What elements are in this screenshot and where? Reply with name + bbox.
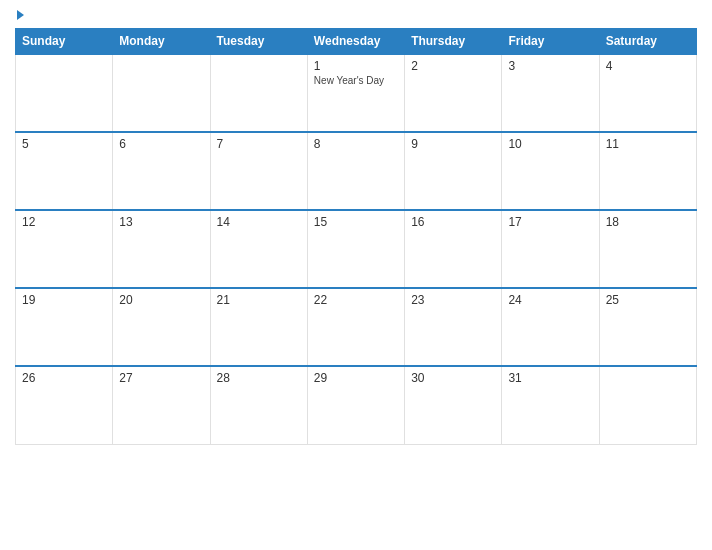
calendar-cell-26: 26 bbox=[16, 366, 113, 444]
day-header-sunday: Sunday bbox=[16, 29, 113, 55]
day-number: 26 bbox=[22, 371, 106, 385]
calendar-cell-23: 23 bbox=[405, 288, 502, 366]
day-header-tuesday: Tuesday bbox=[210, 29, 307, 55]
calendar-cell-24: 24 bbox=[502, 288, 599, 366]
day-number: 17 bbox=[508, 215, 592, 229]
day-number: 31 bbox=[508, 371, 592, 385]
logo-triangle-icon bbox=[17, 10, 24, 20]
holiday-label: New Year's Day bbox=[314, 75, 398, 87]
calendar-cell-12: 12 bbox=[16, 210, 113, 288]
calendar-cell-27: 27 bbox=[113, 366, 210, 444]
logo-blue-text bbox=[15, 10, 24, 20]
calendar-cell-15: 15 bbox=[307, 210, 404, 288]
day-header-friday: Friday bbox=[502, 29, 599, 55]
calendar-cell-10: 10 bbox=[502, 132, 599, 210]
week-row-3: 12131415161718 bbox=[16, 210, 697, 288]
calendar-cell-31: 31 bbox=[502, 366, 599, 444]
calendar-cell-1: 1New Year's Day bbox=[307, 54, 404, 132]
day-header-saturday: Saturday bbox=[599, 29, 696, 55]
calendar-cell-empty-1 bbox=[113, 54, 210, 132]
calendar-cell-25: 25 bbox=[599, 288, 696, 366]
calendar-cell-21: 21 bbox=[210, 288, 307, 366]
day-number: 28 bbox=[217, 371, 301, 385]
day-number: 9 bbox=[411, 137, 495, 151]
week-row-2: 567891011 bbox=[16, 132, 697, 210]
calendar-table: SundayMondayTuesdayWednesdayThursdayFrid… bbox=[15, 28, 697, 445]
calendar-header bbox=[15, 10, 697, 20]
week-row-1: 1New Year's Day234 bbox=[16, 54, 697, 132]
day-number: 15 bbox=[314, 215, 398, 229]
day-number: 1 bbox=[314, 59, 398, 73]
logo bbox=[15, 10, 24, 20]
day-number: 24 bbox=[508, 293, 592, 307]
calendar-cell-14: 14 bbox=[210, 210, 307, 288]
day-number: 30 bbox=[411, 371, 495, 385]
calendar-container: SundayMondayTuesdayWednesdayThursdayFrid… bbox=[0, 0, 712, 550]
day-number: 3 bbox=[508, 59, 592, 73]
day-number: 20 bbox=[119, 293, 203, 307]
calendar-cell-9: 9 bbox=[405, 132, 502, 210]
day-number: 13 bbox=[119, 215, 203, 229]
calendar-cell-18: 18 bbox=[599, 210, 696, 288]
day-number: 10 bbox=[508, 137, 592, 151]
day-header-thursday: Thursday bbox=[405, 29, 502, 55]
day-header-monday: Monday bbox=[113, 29, 210, 55]
calendar-cell-7: 7 bbox=[210, 132, 307, 210]
calendar-cell-22: 22 bbox=[307, 288, 404, 366]
day-number: 7 bbox=[217, 137, 301, 151]
day-number: 11 bbox=[606, 137, 690, 151]
day-number: 22 bbox=[314, 293, 398, 307]
calendar-cell-19: 19 bbox=[16, 288, 113, 366]
calendar-cell-empty-6 bbox=[599, 366, 696, 444]
calendar-cell-11: 11 bbox=[599, 132, 696, 210]
day-number: 29 bbox=[314, 371, 398, 385]
calendar-cell-30: 30 bbox=[405, 366, 502, 444]
days-header-row: SundayMondayTuesdayWednesdayThursdayFrid… bbox=[16, 29, 697, 55]
day-number: 4 bbox=[606, 59, 690, 73]
day-number: 2 bbox=[411, 59, 495, 73]
calendar-cell-13: 13 bbox=[113, 210, 210, 288]
calendar-cell-28: 28 bbox=[210, 366, 307, 444]
calendar-cell-3: 3 bbox=[502, 54, 599, 132]
day-number: 14 bbox=[217, 215, 301, 229]
day-number: 16 bbox=[411, 215, 495, 229]
week-row-4: 19202122232425 bbox=[16, 288, 697, 366]
calendar-cell-5: 5 bbox=[16, 132, 113, 210]
calendar-cell-20: 20 bbox=[113, 288, 210, 366]
calendar-cell-empty-0 bbox=[16, 54, 113, 132]
day-number: 19 bbox=[22, 293, 106, 307]
calendar-cell-29: 29 bbox=[307, 366, 404, 444]
day-number: 6 bbox=[119, 137, 203, 151]
day-number: 25 bbox=[606, 293, 690, 307]
week-row-5: 262728293031 bbox=[16, 366, 697, 444]
calendar-cell-empty-2 bbox=[210, 54, 307, 132]
day-number: 23 bbox=[411, 293, 495, 307]
calendar-cell-16: 16 bbox=[405, 210, 502, 288]
day-number: 21 bbox=[217, 293, 301, 307]
calendar-cell-17: 17 bbox=[502, 210, 599, 288]
day-number: 5 bbox=[22, 137, 106, 151]
day-header-wednesday: Wednesday bbox=[307, 29, 404, 55]
day-number: 8 bbox=[314, 137, 398, 151]
day-number: 27 bbox=[119, 371, 203, 385]
day-number: 12 bbox=[22, 215, 106, 229]
calendar-cell-6: 6 bbox=[113, 132, 210, 210]
day-number: 18 bbox=[606, 215, 690, 229]
calendar-cell-2: 2 bbox=[405, 54, 502, 132]
calendar-cell-4: 4 bbox=[599, 54, 696, 132]
calendar-cell-8: 8 bbox=[307, 132, 404, 210]
